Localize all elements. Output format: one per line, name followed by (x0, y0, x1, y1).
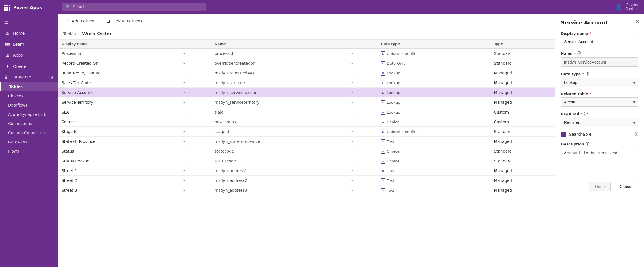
cell-datatype: ⊞ Lookup (377, 78, 490, 88)
datatype-icon: ⊞ (381, 100, 385, 105)
required-select-wrapper[interactable]: Required Optional ▼ (561, 118, 638, 127)
cell-name: processid (211, 49, 344, 58)
sidebar-item-choices[interactable]: Choices (0, 91, 58, 101)
add-column-button[interactable]: ＋ Add column (63, 17, 98, 25)
cell-dots2[interactable]: ⋯ (344, 146, 377, 156)
description-info-icon[interactable]: ⓘ (586, 141, 589, 147)
cell-dots2[interactable]: ⋯ (344, 88, 377, 97)
cell-dots[interactable]: ⋯ (178, 88, 211, 97)
sidebar-item-learn-label: Learn (13, 42, 24, 47)
table-row[interactable]: Street 2 ⋯ msdyn_address2 ⋯ ≡ Text Manag… (58, 176, 555, 185)
searchable-checkbox[interactable]: ✓ (561, 132, 566, 137)
display-name-input[interactable] (561, 37, 638, 46)
cell-dots[interactable]: ⋯ (178, 97, 211, 107)
cell-dots[interactable]: ⋯ (178, 127, 211, 137)
sidebar-item-home[interactable]: ⌂ Home (0, 28, 58, 39)
cell-datatype: ⊞ Unique Identifier (377, 127, 490, 137)
cell-type: Standard (490, 58, 555, 68)
table-row[interactable]: Service Territory ⋯ msdyn_serviceterrito… (58, 97, 555, 107)
description-textarea[interactable]: Account to be serviced (561, 148, 638, 168)
panel-close-button[interactable]: ✕ (635, 18, 639, 24)
required-info-icon[interactable]: ⓘ (584, 111, 588, 116)
sidebar-item-dataverse[interactable]: 🗄 Dataverse ▲ (0, 72, 58, 82)
searchable-info-icon[interactable]: ⓘ (635, 132, 638, 137)
sidebar-item-apps[interactable]: ⊞ Apps (0, 50, 58, 61)
cell-dots2[interactable]: ⋯ (344, 117, 377, 127)
cell-type: Managed (490, 68, 555, 78)
name-input (561, 57, 638, 67)
cell-dots2[interactable]: ⋯ (344, 185, 377, 195)
table-row[interactable]: Street 3 ⋯ msdyn_address3 ⋯ ≡ Text Manag… (58, 185, 555, 195)
sidebar-item-dataflows[interactable]: Dataflows (0, 101, 58, 110)
cell-dots2[interactable]: ⋯ (344, 58, 377, 68)
table-row[interactable]: Reported By Contact ⋯ msdyn_reportedbyco… (58, 68, 555, 78)
search-box[interactable]: 🔍 (62, 3, 206, 11)
cell-dots2[interactable]: ⋯ (344, 156, 377, 166)
delete-column-button[interactable]: 🗑 Delete column (104, 17, 144, 25)
cell-dots[interactable]: ⋯ (178, 176, 211, 185)
cell-dots[interactable]: ⋯ (178, 185, 211, 195)
col-header-datatype: Data type (377, 40, 490, 49)
sidebar: Power Apps ☰ ⌂ Home 📖 Learn ⊞ Apps ＋ Cre… (0, 0, 58, 267)
cell-dots[interactable]: ⋯ (178, 137, 211, 146)
cell-dots[interactable]: ⋯ (178, 68, 211, 78)
table-row[interactable]: Record Created On ⋯ overriddencreatedon … (58, 58, 555, 68)
cell-dots[interactable]: ⋯ (178, 58, 211, 68)
name-info-icon[interactable]: ⓘ (577, 51, 581, 56)
breadcrumb-tables-link[interactable]: Tables (63, 32, 76, 36)
sidebar-item-azure-synapse[interactable]: Azure Synapse Link (0, 110, 58, 119)
table-row[interactable]: Street 1 ⋯ msdyn_address1 ⋯ ≡ Text Manag… (58, 166, 555, 176)
table-row[interactable]: Sales Tax Code ⋯ msdyn_taxcode ⋯ ⊞ Looku… (58, 78, 555, 88)
sidebar-item-tables[interactable]: Tables (0, 82, 58, 91)
cell-dots[interactable]: ⋯ (178, 146, 211, 156)
cancel-button[interactable]: Cancel (614, 182, 638, 191)
table-row[interactable]: SLA ⋯ slaid ⋯ ⊞ Lookup Custom (58, 107, 555, 117)
table-row[interactable]: State Or Province ⋯ msdyn_stateorprovinc… (58, 137, 555, 146)
required-label: Required * ⓘ (561, 111, 638, 116)
cell-dots2[interactable]: ⋯ (344, 127, 377, 137)
table-row[interactable]: Stage Id ⋯ stageid ⋯ ⊞ Unique Identifier… (58, 127, 555, 137)
cell-dots2[interactable]: ⋯ (344, 107, 377, 117)
sidebar-item-create-label: Create (13, 64, 26, 69)
table-row[interactable]: Status ⋯ statecode ⋯ ≡ Choice Standard (58, 146, 555, 156)
sidebar-collapse-btn[interactable]: ☰ (0, 16, 58, 28)
datatype-icon: ⊞ (381, 81, 385, 85)
data-type-select-wrapper[interactable]: Lookup ▼ (561, 78, 638, 87)
sidebar-item-gateways[interactable]: Gateways (0, 137, 58, 147)
table-row[interactable]: Service Account ⋯ msdyn_serviceaccount ⋯… (58, 88, 555, 97)
sidebar-item-connections[interactable]: Connections (0, 119, 58, 128)
related-table-select[interactable]: Account (561, 97, 638, 107)
required-select[interactable]: Required Optional (561, 118, 638, 127)
cell-dots2[interactable]: ⋯ (344, 176, 377, 185)
sidebar-item-learn[interactable]: 📖 Learn (0, 39, 58, 50)
cell-dots2[interactable]: ⋯ (344, 166, 377, 176)
data-type-select[interactable]: Lookup (561, 78, 638, 87)
cell-dots2[interactable]: ⋯ (344, 49, 377, 58)
datatype-icon: ⊞ (381, 91, 385, 95)
cell-dots[interactable]: ⋯ (178, 49, 211, 58)
cell-dots2[interactable]: ⋯ (344, 68, 377, 78)
cell-name: msdyn_taxcode (211, 78, 344, 88)
sidebar-item-create[interactable]: ＋ Create (0, 61, 58, 72)
cell-dots[interactable]: ⋯ (178, 166, 211, 176)
cell-dots[interactable]: ⋯ (178, 117, 211, 127)
search-input[interactable] (73, 5, 202, 9)
cell-datatype: ⊞ Lookup (377, 97, 490, 107)
cell-dots2[interactable]: ⋯ (344, 97, 377, 107)
related-table-select-wrapper[interactable]: Account ▼ (561, 97, 638, 107)
done-button: Done (589, 182, 611, 191)
table-wrap: Display name Name Data type Type Process… (58, 40, 555, 267)
cell-dots2[interactable]: ⋯ (344, 137, 377, 146)
table-row[interactable]: Source ⋯ new_source ⋯ ≡ Choice Custom (58, 117, 555, 127)
datatype-icon: ⊞ (381, 71, 385, 76)
data-type-info-icon[interactable]: ⓘ (586, 71, 589, 76)
table-row[interactable]: Status Reason ⋯ statuscode ⋯ ≡ Choice St… (58, 156, 555, 166)
table-row[interactable]: Process Id ⋯ processid ⋯ ⊞ Unique Identi… (58, 49, 555, 58)
cell-dots[interactable]: ⋯ (178, 107, 211, 117)
sidebar-item-flows[interactable]: Flows (0, 147, 58, 156)
sidebar-header: Power Apps (0, 0, 58, 16)
cell-dots[interactable]: ⋯ (178, 78, 211, 88)
cell-dots2[interactable]: ⋯ (344, 78, 377, 88)
cell-dots[interactable]: ⋯ (178, 156, 211, 166)
sidebar-item-custom-connectors[interactable]: Custom Connectors (0, 128, 58, 137)
